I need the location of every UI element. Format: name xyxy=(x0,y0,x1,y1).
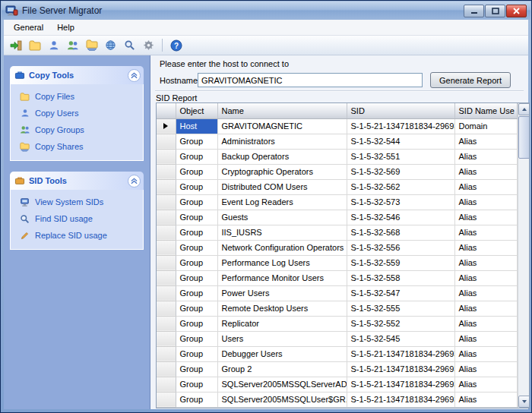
grid-cell-sid[interactable]: S-1-5-32-556 xyxy=(347,240,454,255)
panel-header-copy-tools[interactable]: Copy Tools xyxy=(10,66,144,84)
grid-cell-sid-name-use[interactable]: Alias xyxy=(454,392,517,407)
row-selector[interactable] xyxy=(157,118,176,134)
grid-cell-object[interactable]: Group xyxy=(176,392,217,407)
column-header-sid-name-use[interactable]: SID Name Use xyxy=(454,103,517,118)
grid-cell-object[interactable]: Group xyxy=(176,149,217,164)
copy-shares-icon[interactable] xyxy=(83,37,100,54)
sidebar-item-copy-files[interactable]: Copy Files xyxy=(19,91,140,102)
table-row[interactable]: Group Event Log Readers S-1-5-32-573 Ali… xyxy=(157,194,517,210)
collapse-chevron-icon[interactable] xyxy=(128,175,141,188)
grid-cell-sid-name-use[interactable]: Alias xyxy=(454,149,517,164)
row-selector[interactable] xyxy=(157,301,176,316)
minimize-button[interactable] xyxy=(464,5,484,17)
table-row[interactable]: Group Distributed COM Users S-1-5-32-562… xyxy=(157,179,517,194)
row-selector[interactable] xyxy=(157,316,176,331)
grid-cell-object[interactable]: Group xyxy=(176,346,217,361)
sidebar-item-replace-sid-usage[interactable]: Replace SID usage xyxy=(19,230,140,241)
grid-cell-sid[interactable]: S-1-5-32-568 xyxy=(347,225,454,240)
maximize-button[interactable] xyxy=(485,5,505,17)
grid-cell-name[interactable]: Guests xyxy=(217,210,347,225)
grid-cell-sid[interactable]: S-1-5-21-1347181834-29693517... xyxy=(347,392,454,407)
row-selector[interactable] xyxy=(157,346,176,361)
row-selector[interactable] xyxy=(157,210,176,225)
table-row[interactable]: Group SQLServer2005MSSQLUser$GR... S-1-5… xyxy=(157,392,517,407)
grid-cell-sid[interactable]: S-1-5-21-1347181834-29693517... xyxy=(347,118,454,134)
grid-cell-name[interactable]: Performance Monitor Users xyxy=(217,270,347,285)
grid-cell-object[interactable]: Group xyxy=(176,240,217,255)
grid-cell-object[interactable]: Group xyxy=(176,361,217,377)
row-selector[interactable] xyxy=(157,255,176,270)
scrollbar-thumb[interactable] xyxy=(518,116,530,159)
hostname-input[interactable] xyxy=(198,73,423,87)
grid-cell-sid-name-use[interactable]: Alias xyxy=(454,361,517,377)
grid-cell-sid[interactable]: S-1-5-21-1347181834-29693517... xyxy=(347,346,454,361)
sidebar-item-copy-shares[interactable]: Copy Shares xyxy=(19,141,140,152)
grid-cell-name[interactable]: Replicator xyxy=(217,316,347,331)
grid-cell-sid[interactable]: S-1-5-32-562 xyxy=(347,179,454,194)
grid-cell-sid-name-use[interactable]: Alias xyxy=(454,377,517,392)
connect-icon[interactable] xyxy=(7,37,24,54)
grid-cell-name[interactable]: Group 2 xyxy=(217,361,347,377)
column-header-sid[interactable]: SID xyxy=(347,103,454,118)
table-row[interactable]: Group Performance Log Users S-1-5-32-559… xyxy=(157,255,517,270)
row-selector[interactable] xyxy=(157,194,176,210)
row-selector[interactable] xyxy=(157,392,176,407)
scroll-down-icon[interactable] xyxy=(518,396,530,408)
grid-cell-sid[interactable]: S-1-5-32-547 xyxy=(347,285,454,301)
grid-cell-object[interactable]: Group xyxy=(176,377,217,392)
grid-cell-sid-name-use[interactable]: Alias xyxy=(454,285,517,301)
table-row[interactable]: Group SQLServer2005MSSQLServerAD... S-1-… xyxy=(157,377,517,392)
grid-cell-sid[interactable]: S-1-5-32-551 xyxy=(347,149,454,164)
grid-cell-name[interactable]: Distributed COM Users xyxy=(217,179,347,194)
column-header-name[interactable]: Name xyxy=(217,103,347,118)
table-row[interactable]: Group Power Users S-1-5-32-547 Alias xyxy=(157,285,517,301)
replace-sid-icon[interactable] xyxy=(140,37,157,54)
grid-cell-object[interactable]: Host xyxy=(176,118,217,134)
grid-cell-object[interactable]: Group xyxy=(176,210,217,225)
grid-cell-sid[interactable]: S-1-5-21-1347181834-29693517... xyxy=(347,361,454,377)
grid-cell-object[interactable]: Group xyxy=(176,194,217,210)
table-row[interactable]: Group Performance Monitor Users S-1-5-32… xyxy=(157,270,517,285)
grid-cell-object[interactable]: Group xyxy=(176,270,217,285)
row-selector[interactable] xyxy=(157,149,176,164)
collapse-chevron-icon[interactable] xyxy=(128,69,141,82)
grid-cell-object[interactable]: Group xyxy=(176,134,217,149)
table-row[interactable]: Group Replicator S-1-5-32-552 Alias xyxy=(157,316,517,331)
grid-cell-name[interactable]: IIS_IUSRS xyxy=(217,225,347,240)
scroll-up-icon[interactable] xyxy=(518,103,530,115)
row-selector[interactable] xyxy=(157,240,176,255)
grid-cell-name[interactable]: SQLServer2005MSSQLServerAD... xyxy=(217,377,347,392)
grid-cell-object[interactable]: Group xyxy=(176,164,217,179)
row-selector[interactable] xyxy=(157,285,176,301)
row-selector[interactable] xyxy=(157,270,176,285)
sidebar-item-copy-groups[interactable]: Copy Groups xyxy=(19,125,140,135)
grid-cell-object[interactable]: Group xyxy=(176,301,217,316)
grid-cell-object[interactable]: Group xyxy=(176,316,217,331)
grid-cell-sid-name-use[interactable]: Alias xyxy=(454,270,517,285)
grid-cell-name[interactable]: Administrators xyxy=(217,134,347,149)
row-selector[interactable] xyxy=(157,179,176,194)
grid-cell-name[interactable]: Power Users xyxy=(217,285,347,301)
table-row[interactable]: Host GRAVITOMAGNETIC S-1-5-21-1347181834… xyxy=(157,118,517,134)
grid-cell-name[interactable]: Cryptographic Operators xyxy=(217,164,347,179)
table-row[interactable]: Group Remote Desktop Users S-1-5-32-555 … xyxy=(157,301,517,316)
sidebar-item-find-sid-usage[interactable]: Find SID usage xyxy=(19,213,140,224)
copy-files-icon[interactable] xyxy=(26,37,43,54)
grid-cell-sid-name-use[interactable]: Alias xyxy=(454,331,517,346)
panel-header-sid-tools[interactable]: SID Tools xyxy=(10,172,144,190)
menu-help[interactable]: Help xyxy=(50,20,81,34)
grid-cell-name[interactable]: SQLServer2005MSSQLUser$GR... xyxy=(217,392,347,407)
grid-cell-sid-name-use[interactable]: Alias xyxy=(454,346,517,361)
table-row[interactable]: Group Network Configuration Operators S-… xyxy=(157,240,517,255)
grid-cell-sid-name-use[interactable]: Alias xyxy=(454,210,517,225)
titlebar[interactable]: File Server Migrator xyxy=(2,2,530,20)
menu-general[interactable]: General xyxy=(7,20,50,34)
grid-cell-object[interactable]: Group xyxy=(176,255,217,270)
column-header-object[interactable]: Object xyxy=(176,103,217,118)
row-selector[interactable] xyxy=(157,377,176,392)
grid-cell-name[interactable]: Backup Operators xyxy=(217,149,347,164)
row-selector[interactable] xyxy=(157,361,176,377)
grid-cell-sid-name-use[interactable]: Alias xyxy=(454,316,517,331)
grid-cell-sid[interactable]: S-1-5-32-559 xyxy=(347,255,454,270)
grid-cell-sid[interactable]: S-1-5-32-569 xyxy=(347,164,454,179)
